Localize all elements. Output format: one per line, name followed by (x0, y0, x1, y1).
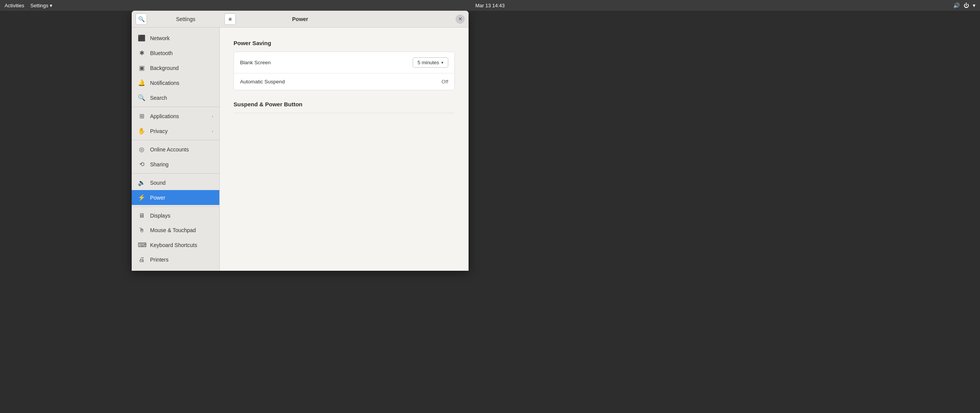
topbar-datetime: Mar 13 14:43 (475, 3, 505, 8)
sidebar-label-network: Network (150, 35, 213, 41)
blank-screen-label: Blank Screen (240, 60, 413, 65)
mouse-icon: 🖱 (138, 227, 145, 234)
sidebar-item-background[interactable]: ▣ Background (132, 60, 219, 75)
privacy-arrow-icon: › (212, 129, 213, 133)
sidebar-divider-1 (132, 107, 219, 107)
search-button[interactable]: 🔍 (136, 13, 147, 25)
search-icon: 🔍 (138, 16, 145, 22)
sidebar-item-printers[interactable]: 🖨 Printers (132, 252, 219, 267)
auto-suspend-row: Automatic Suspend Off (234, 73, 454, 90)
privacy-icon: ✋ (138, 127, 145, 135)
displays-icon: 🖥 (138, 212, 145, 219)
sidebar-label-keyboard: Keyboard Shortcuts (150, 242, 213, 248)
auto-suspend-value: Off (441, 79, 448, 85)
window-titlebar: 🔍 Settings ≡ Power ✕ (132, 11, 469, 28)
sidebar-label-printers: Printers (150, 257, 213, 263)
network-icon: ⬛ (138, 34, 145, 42)
sidebar-label-online-accounts: Online Accounts (150, 146, 213, 153)
applications-arrow-icon: › (212, 114, 213, 119)
sidebar: ⬛ Network ✱ Bluetooth ▣ Background 🔔 Not… (132, 28, 220, 271)
sidebar-item-notifications[interactable]: 🔔 Notifications (132, 75, 219, 90)
sidebar-item-applications[interactable]: ⊞ Applications › (132, 109, 219, 124)
sidebar-label-mouse: Mouse & Touchpad (150, 227, 213, 233)
sharing-icon: ⟲ (138, 161, 145, 168)
power-icon[interactable]: ⏻ (964, 2, 969, 8)
printers-icon: 🖨 (138, 256, 145, 263)
suspend-power-title: Suspend & Power Button (234, 101, 455, 107)
sidebar-item-network[interactable]: ⬛ Network (132, 31, 219, 46)
keyboard-icon: ⌨ (138, 241, 145, 249)
sidebar-label-applications: Applications (150, 113, 207, 119)
notifications-icon: 🔔 (138, 79, 145, 86)
settings-menu-button[interactable]: Settings ▾ (30, 3, 52, 8)
power-saving-title: Power Saving (234, 40, 455, 46)
sidebar-label-power: Power (150, 195, 213, 201)
titlebar-left: 🔍 Settings ≡ (132, 13, 239, 25)
auto-suspend-label: Automatic Suspend (240, 79, 441, 85)
hamburger-button[interactable]: ≡ (224, 13, 236, 25)
sidebar-label-notifications: Notifications (150, 80, 213, 86)
main-content: Power Saving Blank Screen 5 minutes ▾ Au… (220, 28, 469, 271)
hamburger-icon: ≡ (229, 16, 232, 22)
system-menu-arrow-icon[interactable]: ▾ (973, 2, 975, 8)
sidebar-item-mouse[interactable]: 🖱 Mouse & Touchpad (132, 223, 219, 237)
topbar-left: Activities Settings ▾ (5, 3, 52, 8)
topbar: Activities Settings ▾ Mar 13 14:43 🔊 ⏻ ▾ (0, 0, 980, 11)
sidebar-item-power[interactable]: ⚡ Power (132, 190, 219, 205)
sidebar-divider-4 (132, 206, 219, 207)
settings-window: 🔍 Settings ≡ Power ✕ ⬛ Network ✱ Bluetoo… (132, 11, 469, 271)
applications-icon: ⊞ (138, 112, 145, 120)
sidebar-item-sound[interactable]: 🔈 Sound (132, 175, 219, 190)
activities-button[interactable]: Activities (5, 3, 24, 8)
blank-screen-dropdown[interactable]: 5 minutes ▾ (413, 57, 448, 68)
sidebar-item-bluetooth[interactable]: ✱ Bluetooth (132, 46, 219, 60)
blank-screen-value: 5 minutes (418, 60, 439, 65)
sidebar-item-displays[interactable]: 🖥 Displays (132, 208, 219, 223)
settings-window-label: Settings (149, 16, 222, 22)
window-body: ⬛ Network ✱ Bluetooth ▣ Background 🔔 Not… (132, 28, 469, 271)
sound-icon: 🔈 (138, 179, 145, 186)
blank-screen-dropdown-arrow-icon: ▾ (441, 60, 443, 65)
sidebar-label-displays: Displays (150, 213, 213, 219)
sidebar-item-keyboard[interactable]: ⌨ Keyboard Shortcuts (132, 237, 219, 252)
bluetooth-icon: ✱ (138, 49, 145, 57)
sidebar-label-background: Background (150, 65, 213, 71)
sidebar-item-online-accounts[interactable]: ◎ Online Accounts (132, 142, 219, 157)
sidebar-label-privacy: Privacy (150, 128, 207, 134)
blank-screen-row: Blank Screen 5 minutes ▾ (234, 52, 454, 73)
close-button[interactable]: ✕ (456, 15, 465, 24)
power-sidebar-icon: ⚡ (138, 194, 145, 201)
volume-icon[interactable]: 🔊 (953, 2, 960, 8)
sidebar-item-sharing[interactable]: ⟲ Sharing (132, 157, 219, 172)
sidebar-divider-2 (132, 140, 219, 140)
search-sidebar-icon: 🔍 (138, 94, 145, 101)
sidebar-label-bluetooth: Bluetooth (150, 50, 213, 56)
sidebar-divider-3 (132, 173, 219, 174)
suspend-divider (234, 113, 455, 113)
sidebar-label-search: Search (150, 95, 213, 101)
titlebar-right: ✕ (456, 15, 465, 24)
topbar-right: 🔊 ⏻ ▾ (953, 2, 975, 8)
background-icon: ▣ (138, 64, 145, 72)
sidebar-item-privacy[interactable]: ✋ Privacy › (132, 124, 219, 138)
online-accounts-icon: ◎ (138, 146, 145, 153)
window-title: Power (292, 16, 308, 22)
sidebar-label-sound: Sound (150, 180, 213, 186)
power-saving-group: Blank Screen 5 minutes ▾ Automatic Suspe… (234, 52, 455, 90)
close-icon: ✕ (458, 16, 462, 22)
sidebar-item-search[interactable]: 🔍 Search (132, 90, 219, 105)
sidebar-label-sharing: Sharing (150, 161, 213, 167)
